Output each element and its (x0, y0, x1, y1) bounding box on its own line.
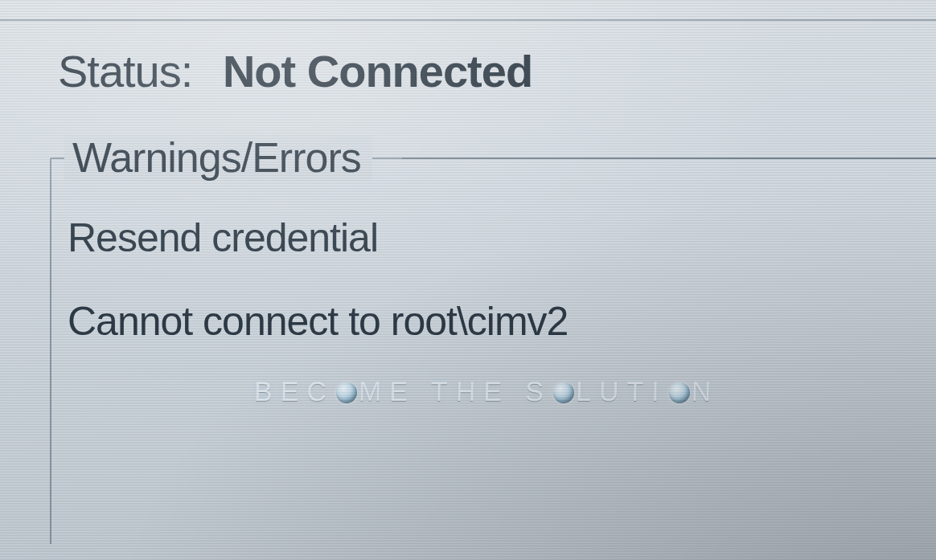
watermark-text-4: N (691, 376, 719, 407)
globe-icon (668, 382, 689, 403)
watermark: BECME THE SLUTIN (254, 376, 720, 407)
watermark-text-1: BEC (254, 376, 335, 407)
status-label: Status: (58, 46, 192, 96)
warnings-errors-title: Warnings/Errors (64, 135, 372, 181)
dialog-panel: Status: Not Connected Warnings/Errors Re… (0, 0, 936, 560)
watermark-text-2: ME THE S (359, 376, 552, 407)
error-message: Cannot connect to root\cimv2 (68, 299, 568, 345)
status-line: Status: Not Connected (58, 47, 920, 96)
watermark-text-3: LUTI (576, 376, 667, 407)
status-value: Not Connected (223, 46, 532, 96)
globe-icon (336, 382, 357, 403)
warning-message: Resend credential (68, 215, 378, 262)
panel-divider (0, 19, 936, 21)
group-border-extension (402, 157, 936, 159)
globe-icon (553, 382, 574, 403)
